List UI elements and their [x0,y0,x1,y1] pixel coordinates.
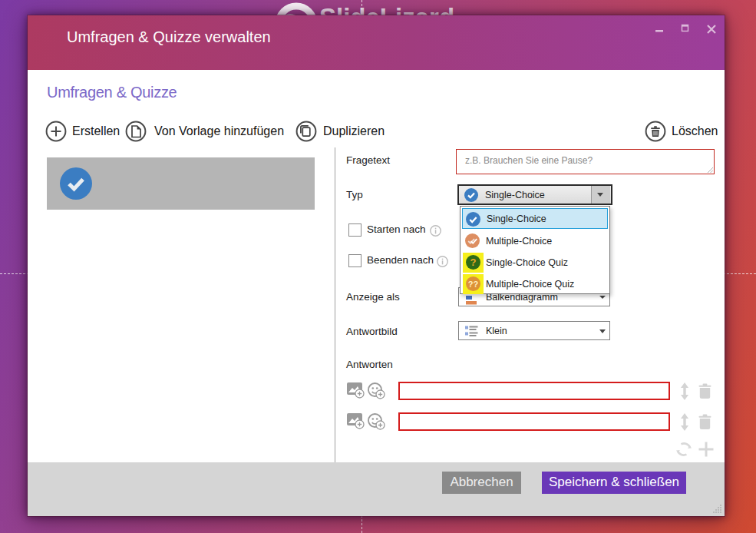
svg-text:?: ? [470,257,477,268]
svg-text:SlideLizard: SlideLizard [319,3,454,15]
svg-text:??: ?? [468,280,479,289]
